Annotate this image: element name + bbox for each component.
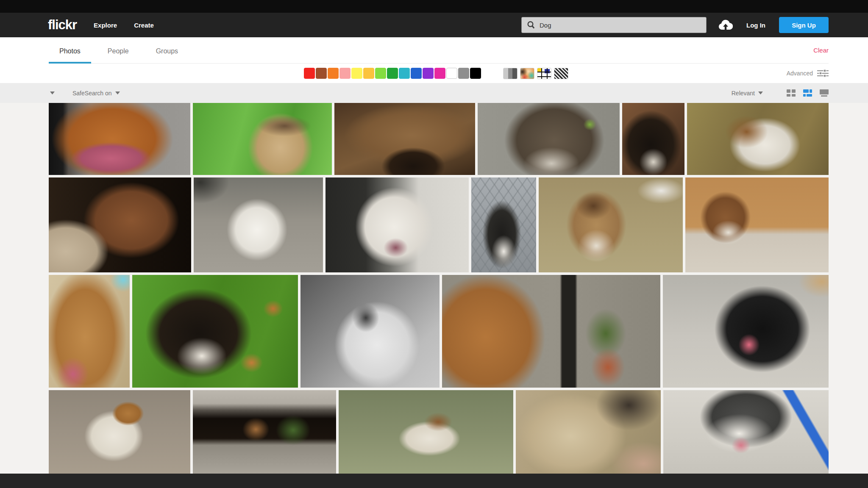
signup-button[interactable]: Sign Up [779, 17, 829, 33]
results-toolbar: SafeSearch on Relevant [0, 83, 868, 103]
search-box[interactable] [521, 17, 707, 33]
photo-thumbnail[interactable] [663, 275, 829, 388]
filter-area: Photos People Groups Clear [0, 37, 868, 83]
photo-row [49, 275, 829, 388]
photo-grid [0, 103, 868, 474]
style-swatch-shallow-depth-of-field[interactable] [520, 68, 534, 79]
filter-row: Advanced [49, 64, 829, 83]
tabs-row: Photos People Groups Clear [49, 37, 829, 64]
safesearch-label: SafeSearch on [72, 90, 112, 97]
style-filter-swatches [503, 68, 568, 79]
photo-thumbnail[interactable] [478, 103, 620, 175]
search-icon [527, 21, 535, 29]
photo-thumbnail[interactable] [442, 275, 660, 388]
photo-thumbnail[interactable] [622, 103, 684, 175]
color-swatch-green[interactable] [387, 68, 398, 79]
view-mode-single[interactable] [820, 89, 829, 97]
color-swatch-light-green[interactable] [375, 68, 386, 79]
nav-item-explore[interactable]: Explore [94, 22, 117, 29]
color-swatch-yellow[interactable] [351, 68, 362, 79]
caret-down-icon [758, 92, 763, 94]
login-button[interactable]: Log In [745, 22, 767, 29]
safesearch-dropdown[interactable]: SafeSearch on [72, 90, 120, 97]
style-swatch-patterns[interactable] [554, 68, 568, 79]
view-mode-grid[interactable] [787, 89, 796, 97]
grid-view-icon [787, 89, 796, 97]
color-swatch-magenta[interactable] [434, 68, 445, 79]
photo-thumbnail[interactable] [516, 390, 661, 474]
flickr-search-page: flickr Explore Create Log In Sign Up Pho… [0, 0, 868, 488]
color-swatch-red[interactable] [304, 68, 315, 79]
window-bottom-bar [0, 474, 868, 488]
cloud-upload-icon [718, 19, 733, 30]
photo-thumbnail[interactable] [326, 177, 468, 272]
advanced-label: Advanced [787, 70, 813, 77]
site-header: flickr Explore Create Log In Sign Up [0, 13, 868, 37]
single-view-icon [820, 89, 829, 97]
advanced-filters-button[interactable]: Advanced [787, 69, 829, 78]
search-input[interactable] [540, 22, 701, 29]
sort-dropdown[interactable]: Relevant [732, 90, 763, 97]
photo-thumbnail[interactable] [193, 390, 337, 474]
color-swatch-purple[interactable] [423, 68, 434, 79]
color-swatch-gray[interactable] [458, 68, 469, 79]
photo-thumbnail[interactable] [49, 390, 190, 474]
color-filter-swatches [304, 68, 481, 79]
tab-photos[interactable]: Photos [49, 37, 91, 64]
photo-thumbnail[interactable] [334, 103, 475, 175]
caret-down-icon [50, 92, 55, 94]
photo-thumbnail[interactable] [193, 103, 332, 175]
color-swatch-cyan[interactable] [399, 68, 410, 79]
justified-view-icon [803, 89, 812, 97]
view-mode-justified[interactable] [803, 89, 812, 97]
color-swatch-black[interactable] [470, 68, 481, 79]
sliders-icon [817, 69, 829, 78]
photo-thumbnail[interactable] [49, 103, 190, 175]
photo-thumbnail[interactable] [339, 390, 513, 474]
photo-thumbnail[interactable] [663, 390, 829, 474]
color-swatch-pink[interactable] [339, 68, 351, 79]
caret-down-icon [115, 92, 120, 94]
tab-people[interactable]: People [97, 37, 139, 64]
main-nav: Explore Create [94, 22, 154, 29]
style-swatch-minimalist[interactable] [537, 68, 551, 79]
nav-item-create[interactable]: Create [134, 22, 154, 29]
photo-thumbnail[interactable] [194, 177, 323, 272]
photo-thumbnail[interactable] [687, 103, 829, 175]
window-top-strip [0, 0, 868, 13]
photo-thumbnail[interactable] [539, 177, 683, 272]
color-swatch-amber[interactable] [363, 68, 374, 79]
photo-thumbnail[interactable] [471, 177, 536, 272]
tab-groups[interactable]: Groups [145, 37, 189, 64]
color-swatch-orange[interactable] [328, 68, 339, 79]
color-swatch-white[interactable] [446, 68, 457, 79]
photo-row [49, 390, 829, 474]
sort-label: Relevant [732, 90, 755, 97]
view-mode-switcher [787, 89, 829, 97]
color-swatch-blue[interactable] [411, 68, 422, 79]
photo-thumbnail[interactable] [132, 275, 298, 388]
photo-thumbnail[interactable] [49, 177, 191, 272]
clear-filters-link[interactable]: Clear [813, 47, 829, 54]
style-swatch-black-and-white[interactable] [503, 68, 517, 79]
upload-button[interactable] [718, 19, 733, 30]
photo-thumbnail[interactable] [49, 275, 130, 388]
collapse-filters-button[interactable] [50, 92, 55, 94]
photo-thumbnail[interactable] [685, 177, 829, 272]
photo-row [49, 103, 829, 175]
photo-thumbnail[interactable] [300, 275, 440, 388]
flickr-logo[interactable]: flickr [48, 17, 77, 33]
color-swatch-brown[interactable] [316, 68, 327, 79]
photo-row [49, 177, 829, 272]
